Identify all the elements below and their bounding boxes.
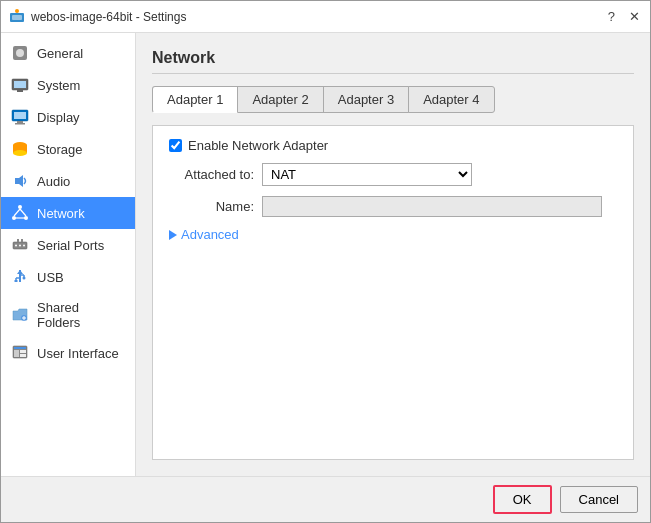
- sidebar-item-usb-label: USB: [37, 270, 64, 285]
- sidebar-item-shared-folders-label: Shared Folders: [37, 300, 125, 330]
- main-panel: Network Adapter 1 Adapter 2 Adapter 3 Ad…: [136, 33, 650, 476]
- ok-button[interactable]: OK: [493, 485, 552, 514]
- sidebar-item-storage-label: Storage: [37, 142, 83, 157]
- audio-icon: [11, 172, 29, 190]
- name-row: Name:: [169, 196, 617, 217]
- cancel-button[interactable]: Cancel: [560, 486, 638, 513]
- tab-adapter4[interactable]: Adapter 4: [408, 86, 494, 113]
- sidebar-item-audio-label: Audio: [37, 174, 70, 189]
- settings-window: webos-image-64bit - Settings ? ✕ General: [0, 0, 651, 523]
- sidebar-item-audio[interactable]: Audio: [1, 165, 135, 197]
- content-area: General System: [1, 33, 650, 476]
- system-icon: [11, 76, 29, 94]
- app-icon: [9, 9, 25, 25]
- tab-adapter1[interactable]: Adapter 1: [152, 86, 238, 113]
- sidebar-item-user-interface-label: User Interface: [37, 346, 119, 361]
- sidebar-item-network[interactable]: Network: [1, 197, 135, 229]
- svg-point-32: [23, 277, 26, 280]
- svg-point-16: [18, 205, 22, 209]
- user-interface-icon: [11, 344, 29, 362]
- name-label: Name:: [169, 199, 254, 214]
- sidebar-item-system-label: System: [37, 78, 80, 93]
- svg-rect-26: [17, 239, 19, 242]
- sidebar-item-serial-ports-label: Serial Ports: [37, 238, 104, 253]
- tab-adapter3[interactable]: Adapter 3: [323, 86, 409, 113]
- svg-rect-7: [17, 90, 23, 92]
- sidebar-item-system[interactable]: System: [1, 69, 135, 101]
- usb-icon: [11, 268, 29, 286]
- svg-point-23: [15, 245, 17, 247]
- shared-folders-icon: [11, 306, 29, 324]
- sidebar-item-user-interface[interactable]: User Interface: [1, 337, 135, 369]
- enable-network-row: Enable Network Adapter: [169, 138, 617, 153]
- bottom-bar: OK Cancel: [1, 476, 650, 522]
- svg-rect-35: [15, 280, 18, 282]
- sidebar-item-shared-folders[interactable]: Shared Folders: [1, 293, 135, 337]
- sidebar-item-display-label: Display: [37, 110, 80, 125]
- sidebar-item-network-label: Network: [37, 206, 85, 221]
- tab-adapter2[interactable]: Adapter 2: [237, 86, 323, 113]
- sidebar-item-general[interactable]: General: [1, 37, 135, 69]
- attached-to-select[interactable]: NAT Bridged Adapter Internal Network Hos…: [262, 163, 472, 186]
- advanced-expand-icon: [169, 230, 177, 240]
- sidebar-item-serial-ports[interactable]: Serial Ports: [1, 229, 135, 261]
- svg-rect-6: [14, 81, 26, 88]
- svg-point-14: [13, 150, 27, 156]
- enable-adapter-checkbox[interactable]: [169, 139, 182, 152]
- svg-marker-15: [15, 175, 23, 187]
- svg-rect-1: [12, 15, 22, 20]
- sidebar: General System: [1, 33, 136, 476]
- svg-point-24: [19, 245, 21, 247]
- svg-point-25: [23, 245, 25, 247]
- storage-icon: [11, 140, 29, 158]
- svg-marker-29: [17, 270, 23, 274]
- close-button[interactable]: ✕: [627, 9, 642, 24]
- attached-to-row: Attached to: NAT Bridged Adapter Interna…: [169, 163, 617, 186]
- display-icon: [11, 108, 29, 126]
- svg-rect-9: [14, 112, 26, 119]
- svg-point-2: [15, 9, 19, 13]
- enable-adapter-label: Enable Network Adapter: [188, 138, 328, 153]
- serial-ports-icon: [11, 236, 29, 254]
- svg-point-4: [16, 49, 24, 57]
- window-title: webos-image-64bit - Settings: [31, 10, 186, 24]
- title-bar-left: webos-image-64bit - Settings: [9, 9, 186, 25]
- network-icon: [11, 204, 29, 222]
- general-icon: [11, 44, 29, 62]
- title-bar: webos-image-64bit - Settings ? ✕: [1, 1, 650, 33]
- name-input[interactable]: [262, 196, 602, 217]
- svg-line-19: [14, 209, 20, 216]
- svg-line-20: [20, 209, 26, 216]
- svg-rect-27: [21, 239, 23, 242]
- attached-to-label: Attached to:: [169, 167, 254, 182]
- adapter-settings-form: Enable Network Adapter Attached to: NAT …: [152, 125, 634, 460]
- advanced-label: Advanced: [181, 227, 239, 242]
- panel-title: Network: [152, 49, 634, 74]
- sidebar-item-usb[interactable]: USB: [1, 261, 135, 293]
- svg-rect-11: [15, 123, 25, 125]
- svg-rect-42: [20, 350, 26, 353]
- sidebar-item-display[interactable]: Display: [1, 101, 135, 133]
- sidebar-item-general-label: General: [37, 46, 83, 61]
- advanced-row[interactable]: Advanced: [169, 227, 617, 242]
- svg-rect-43: [20, 354, 26, 357]
- svg-rect-10: [17, 121, 23, 123]
- help-button[interactable]: ?: [606, 9, 617, 24]
- svg-rect-41: [14, 350, 19, 357]
- svg-rect-40: [14, 347, 26, 349]
- adapter-tabs: Adapter 1 Adapter 2 Adapter 3 Adapter 4: [152, 86, 634, 113]
- sidebar-item-storage[interactable]: Storage: [1, 133, 135, 165]
- title-bar-controls: ? ✕: [606, 9, 642, 24]
